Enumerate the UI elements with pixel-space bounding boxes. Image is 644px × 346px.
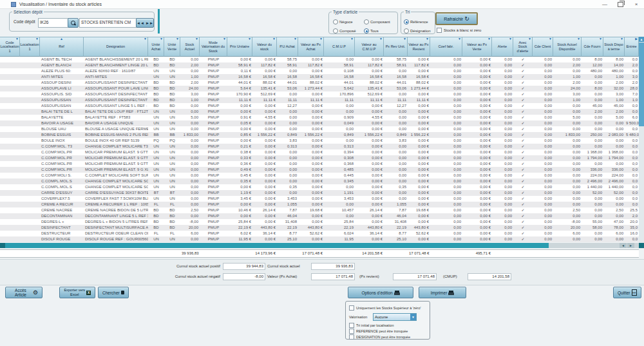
- table-row[interactable]: BOBINE ESSUISBOBINE ESSUIS-MAINS 2 PLIS …: [0, 132, 639, 138]
- radio-composant[interactable]: Composant: [364, 19, 390, 24]
- vertical-scroll-thumb[interactable]: [639, 43, 644, 126]
- table-row[interactable]: C.COMP.MOL. T3CHANGE COMPLET MOLICARE T3…: [0, 144, 639, 149]
- restore-button[interactable]: [618, 2, 623, 7]
- filter-icon[interactable]: ▼: [272, 37, 276, 41]
- print-button[interactable]: Imprimer: [419, 287, 466, 298]
- radio-tous[interactable]: Tous: [364, 28, 379, 34]
- sup-zero-checkbox[interactable]: Uniquement les Stocks Supérieur à 'zéro': [349, 305, 421, 311]
- scroll-up-icon[interactable]: ▲: [639, 37, 644, 42]
- column-header[interactable]: ▼Valeur au C.M.U.P: [355, 37, 384, 57]
- filter-icon[interactable]: ▼: [403, 37, 406, 41]
- filter-icon[interactable]: ▼: [458, 37, 461, 41]
- scroll-left-icon[interactable]: ◄: [620, 243, 627, 248]
- filter-icon[interactable]: ▼: [195, 37, 198, 41]
- table-row[interactable]: DISOLF ROUGEDISOLF ROUGE REF : GOUR00560…: [0, 236, 639, 242]
- horizontal-scroll-thumb[interactable]: [5, 243, 549, 248]
- radio-reference[interactable]: Référence: [404, 19, 428, 24]
- radio-compose[interactable]: Composé: [333, 28, 356, 34]
- table-row[interactable]: DEGRES-L +DEGRES-L + BIDON 5 LITRES REFB…: [0, 219, 639, 225]
- filter-icon[interactable]: ▼: [620, 37, 623, 41]
- column-header[interactable]: ▼C.M.U.P: [324, 37, 355, 57]
- column-header[interactable]: ▼Désignation: [84, 37, 148, 57]
- table-row[interactable]: COVERFLEX7.5COVERFLEX FAST 7.5CMX10M BLE…: [0, 196, 639, 202]
- filter-icon[interactable]: ▼: [549, 37, 552, 41]
- filter-icon[interactable]: ▼: [509, 37, 512, 41]
- table-row[interactable]: ASSOUPLAVE LIASSOUPLISSANT POUR LAVE LIN…: [0, 86, 639, 91]
- table-row[interactable]: BLOUSE UAUBLOUSE A USAGE UNIQUE FERMETUN…: [0, 126, 639, 132]
- filter-icon[interactable]: ▼: [599, 37, 602, 41]
- column-header[interactable]: ▼Valeur du stock: [252, 37, 277, 57]
- column-header[interactable]: ▼Valeur au Px Vente: [462, 37, 492, 57]
- column-header[interactable]: ▼Cde Fourn: [582, 37, 603, 57]
- table-row[interactable]: BALAYETTEBALAYETTE REF : FT583UNUN5,00PM…: [0, 115, 639, 120]
- table-row[interactable]: ASSOUPLIS. SIDASSOUPLISSANT DESINFECTANT…: [0, 91, 639, 97]
- table-row[interactable]: ASSOUP DESINIASSOUPLISSANT DESINFECTANT …: [0, 80, 639, 86]
- depot-nav-buttons[interactable]: ◄◄►►: [136, 18, 154, 28]
- depot-code-input[interactable]: IK26: [38, 18, 69, 28]
- table-row[interactable]: DESTRUCTEURDESTRUCTEUR ODEUR CLEAN ODFLF…: [0, 231, 639, 236]
- table-row[interactable]: C.COMP.MOLI S.C.COMPLET MOLICARE SOFT SU…: [0, 173, 639, 178]
- table-row[interactable]: ASSOUPLISSANASSOUPLISSANT DESINFECTANT A…: [0, 97, 639, 103]
- filter-icon[interactable]: ▼: [577, 37, 580, 41]
- column-header[interactable]: ▼Prix Unitaire: [227, 37, 252, 57]
- filter-icon[interactable]: ▼: [15, 37, 19, 41]
- column-header[interactable]: ▼Stock Dispo à terme: [603, 37, 625, 57]
- scroll-right-icon[interactable]: ►: [627, 243, 634, 248]
- table-row[interactable]: AGENT BL TECHAGENT BLANCHISSEMENT 20 L R…: [0, 57, 639, 62]
- column-header[interactable]: ▼Code Localisation 1: [0, 37, 20, 57]
- scroll-home-button[interactable]: [0, 243, 5, 248]
- column-header[interactable]: ▼Px Rev Unit.: [384, 37, 408, 57]
- filter-icon[interactable]: ▼: [528, 37, 531, 41]
- table-row[interactable]: CARRE D'ESSUYCARRE D'ESSUYAGE 30X37 BOIT…: [0, 190, 639, 196]
- prev-icon[interactable]: ◄◄: [137, 21, 144, 25]
- column-header[interactable]: ▼Valeur au Px Achat: [298, 37, 324, 57]
- valorisation-select[interactable]: Aucune▼: [373, 313, 417, 321]
- column-header[interactable]: ▼Stock Actuel Disponible: [553, 37, 582, 57]
- column-header[interactable]: ▼Unité Achat: [148, 37, 164, 57]
- column-header[interactable]: ▼Unité Vente: [164, 37, 180, 57]
- radio-designation[interactable]: Désignation: [404, 28, 431, 34]
- column-header[interactable]: ▲Réf: [40, 37, 84, 57]
- column-header[interactable]: ▼Stock Actuel: [180, 37, 200, 57]
- access-article-button[interactable]: Accès Article⚙: [5, 287, 43, 298]
- table-row[interactable]: CREME NACREECREME NACREE BIDON DE 5 LITR…: [0, 207, 639, 213]
- filter-icon[interactable]: ▼: [176, 37, 179, 41]
- depot-search-button[interactable]: [68, 18, 79, 28]
- table-row[interactable]: AGENT BLANCHAGENT BLANCHIMENT LINGE 20 L…: [0, 62, 639, 68]
- filter-icon[interactable]: ▼: [488, 37, 491, 41]
- options-edition-button[interactable]: Options d'édition: [348, 287, 413, 298]
- filter-icon[interactable]: ▼: [426, 37, 429, 41]
- next-icon[interactable]: ►►: [146, 21, 153, 25]
- table-row[interactable]: BOULE INOXBOULE INOX 40 GR REF 5139PQPQ0…: [0, 138, 639, 144]
- column-header[interactable]: ▼Avec Stock d'alerte: [513, 37, 533, 57]
- blank-zero-checkbox[interactable]: Stocks à blanc si zéro: [437, 28, 481, 33]
- filter-icon[interactable]: ▼: [379, 37, 383, 41]
- horizontal-scrollbar[interactable]: ◄ ►: [0, 243, 644, 248]
- column-header[interactable]: ▼P.U Achat: [277, 37, 298, 57]
- table-row[interactable]: C.COMPL.MOL.SCHANGE COMPLET MOLICARE SOF…: [0, 184, 639, 190]
- table-row[interactable]: C.COMP.MOL.PRMOLICHR PREMIUM ELAST. 9 G …: [0, 167, 639, 173]
- table-row[interactable]: C.COMP.MOL.PRMOLICAR PREMIUM ELAST. 9 GT…: [0, 149, 639, 155]
- column-header[interactable]: ▼Valeur au Px Revient: [408, 37, 430, 57]
- table-row[interactable]: DECONTAMINANDECONTAMINANT LINGE 5 L REF …: [0, 213, 639, 219]
- table-row[interactable]: ANTI MITESANTI-MITESUNUN1,00PMUP16,58 €1…: [0, 74, 639, 80]
- table-row[interactable]: BAVOIR A USAGEBAVOIR A USAGE UNIQUEUNUN0…: [0, 120, 639, 126]
- vertical-scrollbar[interactable]: ▲: [639, 37, 644, 249]
- more-columns-icon[interactable]: ▶: [635, 37, 638, 41]
- table-row[interactable]: DESINFECTANTDESINFECTANT MULTISURFACE AC…: [0, 225, 639, 231]
- column-header[interactable]: ▼Localisation 1: [20, 37, 40, 57]
- filter-icon[interactable]: ▼: [35, 37, 39, 41]
- table-row[interactable]: CREME A RECURCREME A RECURER 1 L REF : 1…: [0, 202, 639, 207]
- designation-tronquee-checkbox[interactable]: DESIGNATION peut être tronquée: [349, 334, 410, 340]
- filter-icon[interactable]: ▼: [144, 37, 147, 41]
- column-header[interactable]: ▼Coef fabr.: [430, 37, 462, 57]
- filter-icon[interactable]: ▼: [160, 37, 163, 41]
- table-row[interactable]: C.COMP.MOL.PRMOLICHR PREMIUM ELAST. 9 GT…: [0, 155, 639, 161]
- close-button[interactable]: ×: [632, 0, 640, 8]
- export-excel-button[interactable]: Exporter vers ExcelX: [59, 287, 95, 298]
- column-header[interactable]: ▼Alerte: [492, 37, 513, 57]
- column-header[interactable]: ▼Mode Valorisation du Stock: [200, 37, 227, 57]
- refresh-button[interactable]: Rafraichir↻: [435, 12, 478, 25]
- filter-icon[interactable]: ▼: [223, 37, 226, 41]
- table-row[interactable]: ASSOUPLISSANASSOUPLISSANT LINGE 5 L REF …: [0, 103, 639, 109]
